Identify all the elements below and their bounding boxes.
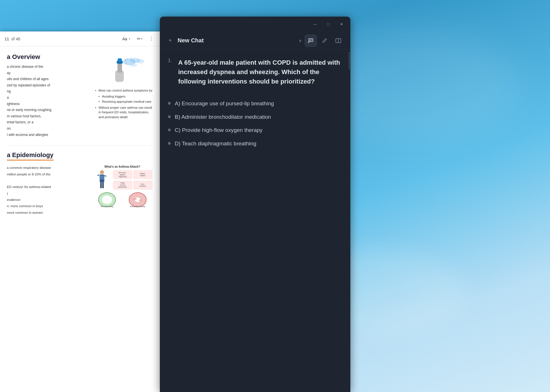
pdf-overview-text: a Overview a chronic disease of the ay u… (7, 53, 89, 137)
ai-chat-window: — □ ✕ + New Chat ∨ (160, 17, 350, 392)
pdf-section-overview: a Overview a chronic disease of the ay u… (7, 53, 152, 137)
lung-detail-grid: Broncho-spasmTightened Inflam-mation Thi… (113, 170, 152, 190)
epi-line-1: a common respiratory disease (7, 165, 88, 170)
more-options-button[interactable]: ⋮ (147, 34, 156, 43)
pdf-text-line-12: l with eczema and allergies (7, 132, 89, 138)
epi-line-3 (7, 178, 88, 183)
question-container: 1. A 65-year-old male patient with COPD … (168, 58, 342, 147)
svg-point-14 (100, 170, 104, 174)
svg-rect-18 (97, 175, 100, 176)
pdf-bullet-1: • Most can control asthma symptoms by (95, 88, 152, 93)
asthma-diagram-top-row: Broncho-spasmTightened Inflam-mation Thi… (92, 170, 152, 190)
asthmatic-airway-container: Asthmatic airway (123, 191, 152, 209)
close-button[interactable]: ✕ (335, 19, 348, 29)
pdf-text-line-7: ightness (7, 101, 89, 107)
epi-line-8: more common in women (7, 210, 88, 215)
normal-airway-container: Normal airway (92, 191, 122, 209)
pdf-section-epidemiology: a Epidemiology a common respiratory dise… (7, 151, 152, 215)
pdf-window: 11 of 46 Aa ∨ ✏ ∨ ⋮ (0, 31, 160, 392)
person-svg (92, 170, 112, 190)
svg-rect-19 (104, 175, 107, 177)
epi-line-7: n: more common in boys (7, 203, 88, 209)
pdf-page-current: 11 (5, 37, 9, 41)
svg-rect-30 (309, 39, 313, 41)
chat-bubbles-icon (308, 37, 314, 44)
pdf-text-line-6: a (7, 95, 89, 100)
svg-rect-20 (100, 183, 102, 188)
bullet-b (168, 115, 171, 118)
svg-text:Normal airway: Normal airway (101, 205, 113, 208)
asthma-diagram: What's an Asthma Attack? (92, 165, 152, 209)
font-selector[interactable]: Aa ∨ (120, 35, 133, 42)
new-chat-plus-button[interactable]: + (166, 36, 175, 45)
edit-button[interactable]: ✏ ∨ (135, 34, 144, 43)
answer-option-c: C) Provide high-flow oxygen therapy (168, 126, 342, 134)
bullet-c (168, 128, 171, 131)
maximize-button[interactable]: □ (322, 19, 335, 29)
svg-point-27 (133, 198, 137, 200)
svg-rect-3 (118, 58, 122, 61)
answer-text-b: B) Administer bronchodilator medication (175, 113, 271, 121)
pdf-text-line-11: on (7, 126, 89, 131)
split-view-icon (335, 38, 341, 43)
svg-point-17 (102, 175, 105, 180)
pdf-page-separator: of 46 (11, 37, 20, 41)
svg-point-8 (125, 60, 126, 61)
svg-text:Asthmatic airway: Asthmatic airway (130, 205, 145, 208)
svg-point-13 (141, 63, 142, 64)
lung-cell-2: Inflam-mation (133, 170, 153, 179)
chat-messages[interactable]: 1. A 65-year-old male patient with COPD … (160, 50, 350, 153)
minimize-button[interactable]: — (309, 19, 322, 29)
chat-scrollbar-thumb[interactable] (349, 52, 350, 69)
svg-point-28 (139, 199, 142, 201)
chat-title-chevron-icon[interactable]: ∨ (299, 38, 302, 43)
pdf-text-line-10: ental factors, or a (7, 120, 89, 125)
pdf-text-line-3: ults and children of all ages (7, 76, 89, 82)
airway-comparison: Normal airway Asthmatic (92, 191, 152, 209)
question-text: A 65-year-old male patient with COPD is … (178, 58, 342, 86)
answer-text-a: A) Encourage use of pursed-lip breathing (175, 100, 274, 108)
split-view-button[interactable] (332, 34, 345, 47)
lung-cell-3: Thickmucusproduction (113, 181, 132, 190)
inhaler-illustration (95, 53, 150, 85)
chat-mode-button[interactable] (305, 34, 317, 47)
answer-options-list: A) Encourage use of pursed-lip breathing… (168, 100, 342, 147)
pdf-bullet-2: • Without proper care asthma can result … (95, 105, 152, 120)
person-figure-container (92, 170, 112, 190)
svg-point-12 (137, 59, 138, 60)
svg-point-11 (125, 63, 127, 64)
desktop: 11 of 46 Aa ∨ ✏ ∨ ⋮ (0, 0, 550, 392)
epi-line-6: evalence: (7, 197, 88, 202)
chat-toolbar: + New Chat ∨ (160, 31, 350, 50)
answer-text-c: C) Provide high-flow oxygen therapy (175, 126, 262, 134)
pdf-bullet-1a: • Avoiding triggers (95, 94, 152, 99)
svg-point-10 (131, 58, 131, 58)
normal-airway-svg: Normal airway (92, 191, 122, 208)
chat-window-titlebar: — □ ✕ (160, 17, 350, 31)
pdf-overview-image-col: • Most can control asthma symptoms by • … (95, 53, 152, 137)
edit-chat-button[interactable] (318, 34, 331, 47)
lung-cell-1: Broncho-spasmTightened (113, 170, 132, 179)
section-divider (7, 145, 152, 146)
pdf-text-line-1: a chronic disease of the (7, 64, 89, 70)
pencil-icon (322, 38, 327, 43)
question-header: 1. A 65-year-old male patient with COPD … (168, 58, 342, 94)
answer-option-b: B) Administer bronchodilator medication (168, 113, 342, 121)
epi-line-2: million people or 8-10% of the (7, 172, 88, 177)
pdf-text-line-9: m various host factors, (7, 114, 89, 119)
window-controls: — □ ✕ (309, 19, 348, 29)
svg-point-23 (102, 195, 112, 204)
svg-point-7 (130, 64, 137, 67)
pdf-toolbar: 11 of 46 Aa ∨ ✏ ∨ ⋮ (0, 31, 160, 46)
epidemiology-text: a common respiratory disease million peo… (7, 165, 88, 215)
pdf-text-line-5: ng (7, 89, 89, 94)
svg-point-9 (127, 58, 128, 60)
asthmatic-airway-svg: Asthmatic airway (123, 191, 152, 208)
bullet-d (168, 142, 171, 145)
answer-option-a: A) Encourage use of pursed-lip breathing (168, 100, 342, 108)
pdf-bullet-list: • Most can control asthma symptoms by • … (95, 88, 152, 119)
pdf-text-line-2: ay (7, 70, 89, 76)
lung-cell-4: Con-striction (133, 181, 153, 190)
epidemiology-content: a common respiratory disease million peo… (7, 165, 152, 215)
chat-title: New Chat (178, 37, 295, 44)
